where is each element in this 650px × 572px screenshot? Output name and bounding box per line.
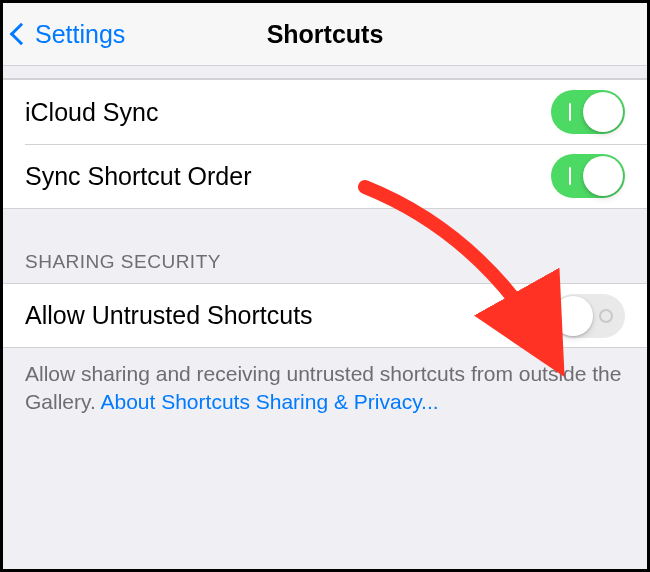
back-button-label: Settings [35,20,125,49]
chevron-left-icon [10,23,33,46]
section-header-sharing-security: SHARING SECURITY [3,209,647,283]
icloud-sync-toggle[interactable] [551,90,625,134]
icloud-sync-label: iCloud Sync [25,98,158,127]
back-button[interactable]: Settings [3,20,125,49]
toggle-on-indicator-icon [569,167,571,185]
footer-link-about-privacy[interactable]: About Shortcuts Sharing & Privacy... [100,390,438,413]
section-footer: Allow sharing and receiving untrusted sh… [3,348,647,447]
row-sync-order: Sync Shortcut Order [3,144,647,209]
toggle-knob-icon [583,92,623,132]
toggle-on-indicator-icon [569,103,571,121]
allow-untrusted-toggle[interactable] [551,294,625,338]
sync-order-label: Sync Shortcut Order [25,162,251,191]
toggle-knob-icon [583,156,623,196]
sync-order-toggle[interactable] [551,154,625,198]
row-allow-untrusted: Allow Untrusted Shortcuts [3,283,647,348]
allow-untrusted-label: Allow Untrusted Shortcuts [25,301,313,330]
toggle-knob-icon [553,296,593,336]
row-icloud-sync: iCloud Sync [3,79,647,144]
group-spacer [3,66,647,79]
nav-header: Settings Shortcuts [3,3,647,66]
toggle-off-indicator-icon [599,309,613,323]
